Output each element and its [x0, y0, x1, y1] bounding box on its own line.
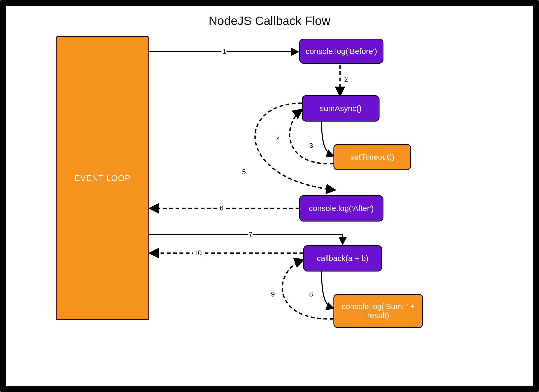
node-log-after-label: console.log('After'): [309, 204, 374, 213]
edge-4-label: 4: [276, 135, 280, 143]
edge-9-label: 9: [271, 290, 275, 298]
edge-7: [149, 235, 343, 244]
node-log-after: console.log('After'): [299, 195, 383, 222]
node-log-sum-label: console.log('Sum: ' + result): [338, 302, 418, 320]
edge-3-label: 3: [309, 142, 313, 149]
edge-1-label: 1: [222, 48, 226, 56]
node-settimeout-label: setTimeout(): [350, 153, 394, 162]
node-event-loop-label: EVENT LOOP: [74, 173, 131, 183]
node-log-sum: console.log('Sum: ' + result): [333, 294, 423, 328]
node-settimeout: setTimeout(): [333, 144, 411, 170]
edge-5-label: 5: [242, 168, 246, 176]
edge-8: [322, 272, 333, 308]
node-sumasync-label: sumAsync(): [320, 104, 361, 113]
edge-7-label: 7: [249, 230, 252, 238]
node-event-loop: EVENT LOOP: [56, 36, 149, 320]
node-callback: callback(a + b): [303, 245, 382, 272]
node-log-before-label: console.log('Before'): [306, 47, 377, 56]
edge-8-label: 8: [309, 290, 313, 298]
node-callback-label: callback(a + b): [317, 254, 368, 263]
edge-6-label: 6: [220, 204, 223, 212]
edge-10-label: 10: [194, 249, 202, 257]
diagram-frame: NodeJS Callback Flow 1 2 3 4 5 6: [0, 0, 539, 392]
edge-3: [322, 122, 333, 156]
edge-2-label: 2: [344, 75, 348, 83]
node-sumasync: sumAsync(): [302, 95, 380, 122]
node-log-before: console.log('Before'): [299, 39, 383, 64]
